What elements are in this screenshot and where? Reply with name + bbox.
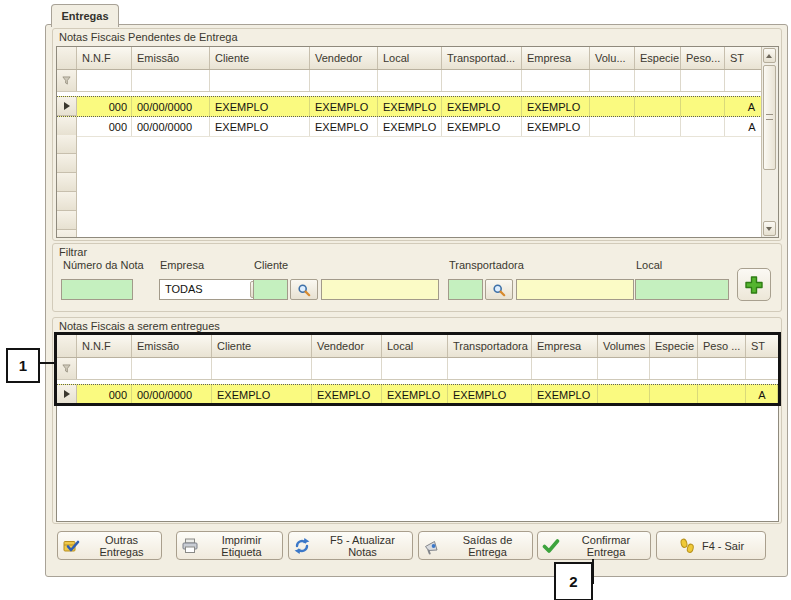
callout-1-line [38, 362, 54, 364]
filter-cell[interactable] [378, 70, 442, 91]
column-header-volumes[interactable]: Volumes [598, 335, 650, 357]
button-label: Confirmar Entrega [566, 534, 646, 558]
local-label: Local [636, 259, 662, 271]
filter-cell[interactable] [212, 358, 312, 379]
filter-cell[interactable] [522, 70, 590, 91]
screen: Entregas Notas Fiscais Pendentes de Entr… [0, 0, 791, 600]
transportadora-label: Transportadora [449, 259, 524, 271]
cell-nnf: 000 [77, 97, 132, 116]
cliente-name-input[interactable] [321, 279, 439, 300]
saidas-de-entrega-button[interactable]: Saídas de Entrega [418, 531, 533, 560]
column-header-especie[interactable]: Especie [635, 47, 681, 69]
column-header-peso[interactable]: Peso ... [698, 335, 746, 357]
cliente-search-button[interactable] [290, 279, 318, 300]
column-header-emissao[interactable]: Emissão [132, 335, 212, 357]
column-header-transportadora[interactable]: Transportadora [448, 335, 532, 357]
f5-atualizar-notas-button[interactable]: F5 - Atualizar Notas [288, 531, 413, 560]
plus-icon [744, 275, 764, 295]
filter-cell[interactable] [598, 358, 650, 379]
column-header-local[interactable]: Local [378, 47, 442, 69]
scroll-grip [766, 114, 773, 120]
footprints-icon [678, 537, 696, 555]
filter-row [57, 358, 778, 380]
header-row: N.N.F Emissão Cliente Vendedor Local Tra… [57, 335, 778, 358]
cell-emissao: 00/00/0000 [132, 97, 210, 116]
column-header-volumes[interactable]: Volu... [590, 47, 635, 69]
f4-sair-button[interactable]: F4 - Sair [656, 531, 766, 560]
column-header-transportadora[interactable]: Transportad... [442, 47, 522, 69]
cell-empresa: EXEMPLO [532, 385, 598, 404]
filter-cell[interactable] [650, 358, 698, 379]
filter-cell[interactable] [210, 70, 310, 91]
scroll-up-button[interactable] [763, 48, 776, 63]
column-header-empresa[interactable]: Empresa [532, 335, 598, 357]
vertical-scrollbar[interactable] [761, 47, 778, 237]
cell-peso [681, 117, 725, 136]
button-label: Outras Entregas [86, 534, 157, 558]
cliente-code-input[interactable] [253, 279, 288, 300]
row-indicator [57, 385, 77, 404]
column-header-vendedor[interactable]: Vendedor [312, 335, 382, 357]
transportadora-name-input[interactable] [516, 279, 634, 300]
scroll-down-button[interactable] [763, 221, 776, 236]
cell-volumes [590, 97, 635, 116]
deliver-notes-grid: N.N.F Emissão Cliente Vendedor Local Tra… [56, 334, 779, 522]
column-header-empresa[interactable]: Empresa [522, 47, 590, 69]
column-header-nnf[interactable]: N.N.F [77, 335, 132, 357]
cell-especie [635, 117, 681, 136]
column-header-especie[interactable]: Especie [650, 335, 698, 357]
filter-cell[interactable] [382, 358, 448, 379]
funnel-icon [62, 76, 71, 85]
column-header-peso[interactable]: Peso... [681, 47, 725, 69]
numero-da-nota-input[interactable] [61, 279, 133, 300]
filter-cell[interactable] [312, 358, 382, 379]
filter-cell[interactable] [532, 358, 598, 379]
cell-local: EXEMPLO [378, 117, 442, 136]
column-header-vendedor[interactable]: Vendedor [310, 47, 378, 69]
column-header-cliente[interactable]: Cliente [210, 47, 310, 69]
megaphone-icon [423, 537, 441, 555]
cell-local: EXEMPLO [378, 97, 442, 116]
filter-cell[interactable] [310, 70, 378, 91]
filter-cell[interactable] [132, 358, 212, 379]
transportadora-code-input[interactable] [448, 279, 483, 300]
column-header-st[interactable]: ST [746, 335, 778, 357]
filter-cell[interactable] [132, 70, 210, 91]
cell-emissao: 00/00/0000 [132, 117, 210, 136]
table-row[interactable]: 000 00/00/0000 EXEMPLO EXEMPLO EXEMPLO E… [57, 96, 778, 117]
local-input[interactable] [635, 279, 729, 300]
column-header-emissao[interactable]: Emissão [132, 47, 210, 69]
column-header-cliente[interactable]: Cliente [212, 335, 312, 357]
current-row-arrow-icon [64, 102, 70, 110]
column-header-nnf[interactable]: N.N.F [77, 47, 132, 69]
filter-cell[interactable] [635, 70, 681, 91]
filter-group-title: Filtrar [59, 246, 87, 258]
add-button[interactable] [737, 268, 771, 301]
filter-row-indicator[interactable] [57, 70, 77, 91]
cell-vendedor: EXEMPLO [310, 117, 378, 136]
scroll-thumb[interactable] [763, 65, 776, 170]
filter-row-indicator[interactable] [57, 358, 77, 379]
callout-2: 2 [554, 562, 593, 600]
tab-label: Entregas [61, 10, 108, 22]
table-row[interactable]: 000 00/00/0000 EXEMPLO EXEMPLO EXEMPLO E… [57, 117, 778, 137]
tab-entregas[interactable]: Entregas [51, 4, 119, 27]
button-label: F5 - Atualizar Notas [317, 534, 408, 558]
filter-cell[interactable] [590, 70, 635, 91]
filter-group: Filtrar Número da Nota Empresa TODAS Cli… [52, 243, 782, 312]
button-label: F4 - Sair [702, 540, 744, 552]
table-row[interactable]: 000 00/00/0000 EXEMPLO EXEMPLO EXEMPLO E… [57, 384, 778, 405]
confirmar-entrega-button[interactable]: Confirmar Entrega [537, 531, 651, 560]
filter-cell[interactable] [681, 70, 725, 91]
cell-cliente: EXEMPLO [212, 385, 312, 404]
imprimir-etiqueta-button[interactable]: Imprimir Etiqueta [176, 531, 283, 560]
filter-cell[interactable] [746, 358, 778, 379]
filter-cell[interactable] [448, 358, 532, 379]
filter-cell[interactable] [698, 358, 746, 379]
outras-entregas-button[interactable]: Outras Entregas [57, 531, 162, 560]
filter-cell[interactable] [77, 358, 132, 379]
column-header-local[interactable]: Local [382, 335, 448, 357]
filter-cell[interactable] [77, 70, 132, 91]
filter-cell[interactable] [442, 70, 522, 91]
transportadora-search-button[interactable] [485, 279, 513, 300]
